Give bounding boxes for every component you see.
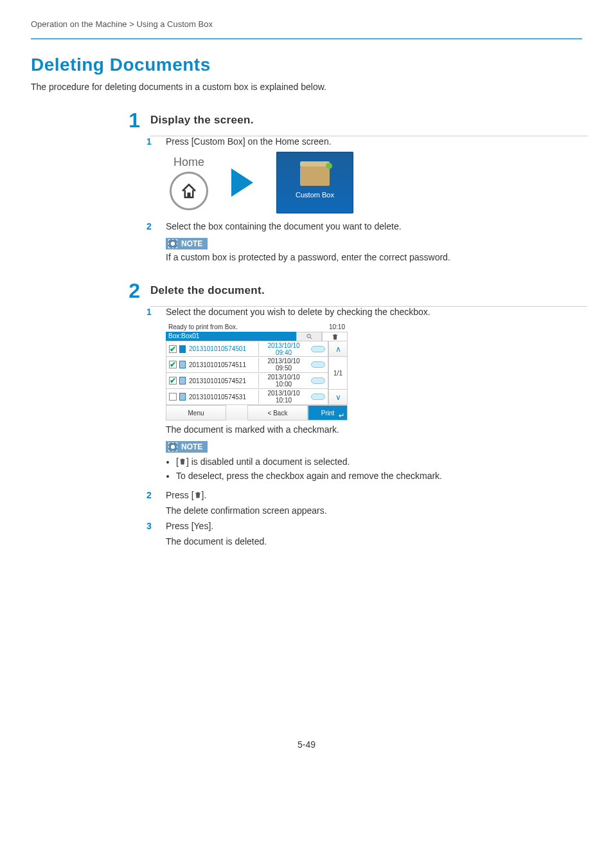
home-label: Home — [170, 156, 208, 169]
trash-icon — [194, 491, 202, 500]
breadcrumb: Operation on the Machine > Using a Custo… — [31, 19, 582, 35]
step1-note-body: If a custom box is protected by a passwo… — [166, 249, 582, 262]
list-item[interactable]: 20131010105745112013/10/10 09:50 — [166, 357, 328, 373]
scroll-down-button[interactable]: ∨ — [328, 389, 348, 405]
checkbox-icon[interactable] — [169, 361, 177, 368]
step2-note-bullet2: To deselect, press the checkbox again an… — [176, 471, 582, 481]
info-pill-icon[interactable] — [311, 393, 325, 400]
document-icon — [179, 393, 186, 401]
menu-button[interactable]: Menu — [166, 405, 226, 420]
delete-tab[interactable] — [322, 332, 348, 341]
step1-sub2-text: Select the box containing the document y… — [166, 221, 582, 231]
screen-time: 10:10 — [329, 323, 345, 330]
page-title: Deleting Documents — [31, 55, 582, 75]
step2-sub1-text: Select the document you wish to delete b… — [166, 307, 582, 317]
page-number: 5-49 — [31, 739, 582, 750]
list-item[interactable]: 20131010105745212013/10/10 10:00 — [166, 373, 328, 389]
checkbox-icon[interactable] — [169, 377, 177, 384]
step2-sub3-num: 3 — [147, 521, 155, 531]
info-pill-icon[interactable] — [311, 377, 325, 384]
back-button[interactable]: < Back — [247, 405, 308, 420]
step1-sub2-num: 2 — [147, 221, 155, 231]
arrow-right-icon — [231, 168, 253, 197]
screen-status: Ready to print from Box. — [168, 323, 238, 330]
print-button[interactable]: Print — [308, 405, 348, 420]
chevron-down-icon: ∨ — [335, 393, 341, 402]
home-button[interactable] — [170, 172, 208, 210]
box-icon — [300, 167, 330, 186]
step2-sub2-num: 2 — [147, 490, 155, 500]
step2-sub3-text: Press [Yes]. — [166, 521, 582, 531]
scroll-up-button[interactable]: ∧ — [328, 341, 348, 357]
step2-sub2-after: The delete confirmation screen appears. — [147, 505, 582, 516]
step1-sub1-num: 1 — [147, 136, 155, 147]
screen-path: Box:Box01 — [166, 332, 296, 341]
checkbox-icon[interactable] — [169, 345, 177, 353]
trash-icon — [179, 457, 186, 466]
step1-sub1-text: Press [Custom Box] on the Home screen. — [166, 136, 582, 147]
home-icon — [179, 181, 199, 201]
search-icon — [306, 333, 313, 340]
chevron-up-icon: ∧ — [335, 345, 341, 354]
info-pill-icon[interactable] — [311, 346, 325, 352]
trash-icon — [332, 333, 339, 341]
step2-sub3-after: The document is deleted. — [147, 536, 582, 547]
step2-sub2-text: Press []. — [166, 490, 582, 500]
step2-number: 2 — [121, 280, 140, 301]
custom-box-label: Custom Box — [296, 191, 334, 199]
document-icon — [179, 377, 186, 384]
note-badge: NOTE — [166, 441, 208, 453]
document-icon — [179, 345, 186, 353]
step2-note-bullet1: [] is disabled until a document is selec… — [176, 457, 582, 467]
document-icon — [179, 361, 186, 368]
info-pill-icon[interactable] — [311, 361, 325, 368]
step2-after-screen: The document is marked with a checkmark. — [147, 424, 582, 435]
list-item[interactable]: 20131010105745312013/10/10 10:10 — [166, 389, 328, 405]
list-item[interactable]: 20131010105745012013/10/10 09:40 — [166, 341, 328, 357]
page-count: 1/1 — [328, 357, 348, 389]
intro-text: The procedure for deleting documents in … — [31, 82, 582, 92]
checkbox-icon[interactable] — [169, 393, 177, 401]
search-tab[interactable] — [296, 332, 322, 341]
custom-box-button[interactable]: Custom Box — [276, 152, 353, 213]
step1-number: 1 — [121, 110, 140, 131]
device-screenshot: Ready to print from Box. 10:10 Box:Box01… — [166, 322, 348, 420]
note-badge: NOTE — [166, 238, 208, 249]
step1-heading: Display the screen. — [150, 110, 254, 127]
step2-heading: Delete the document. — [150, 280, 265, 297]
step2-sub1-num: 1 — [147, 307, 155, 317]
